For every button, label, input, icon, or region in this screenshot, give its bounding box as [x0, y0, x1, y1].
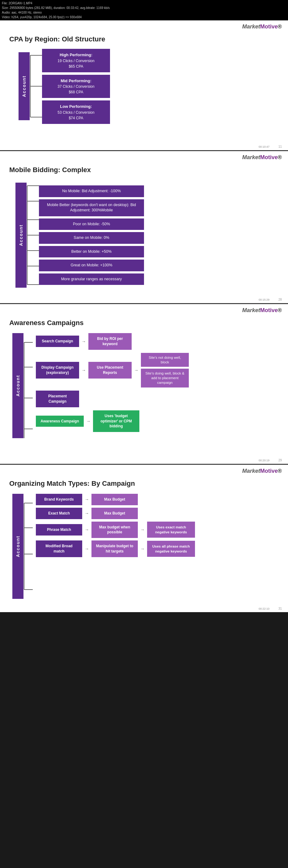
- arrow-4: →: [86, 419, 91, 424]
- mobile-boxes: No Mobile: Bid Adjustment: -100% Mobile …: [39, 185, 144, 285]
- slide4-title: Organizing Match Types: By Campaign: [9, 479, 279, 488]
- awareness-account-bar: Account: [12, 333, 24, 438]
- arrow-2: →: [82, 368, 86, 373]
- cpa-high-line3: $65 CPA: [50, 64, 103, 69]
- logo3: MarketMotive®: [242, 307, 282, 314]
- cpa-box-mid: Mid Performing: 37 Clicks / Conversion $…: [42, 75, 110, 98]
- slide3-timecode: 00:20:19: [259, 459, 269, 462]
- mobile-box-4: Better on Mobile: +50%: [39, 246, 144, 258]
- match-exact-match: Exact Match: [36, 508, 82, 519]
- slide2-num: 28: [279, 298, 282, 301]
- cpa-high-line2: 19 Clicks / Conversion: [50, 58, 103, 64]
- cpa-low-line3: $74 CPA: [50, 115, 103, 121]
- aw-site-not-doing: Site's not doing well, block: [141, 353, 189, 367]
- slide3-num: 29: [279, 459, 282, 462]
- match-main: Brand Keywords → Max Budget Exact Match …: [36, 494, 195, 599]
- slide-cpa-region: MarketMotive® CPA by Region: Old Structu…: [0, 21, 288, 150]
- match-arrow-4b: →: [140, 546, 145, 551]
- slide2-title: Mobile Bidding: Complex: [9, 166, 279, 174]
- slide1-num: 11: [279, 145, 282, 148]
- mobile-account-bar: Account: [15, 183, 27, 288]
- cpa-account-bar: Account: [19, 52, 30, 120]
- slide2-timecode: 00:15:29: [259, 298, 269, 301]
- mobile-box-6: More granular ranges as necessary: [39, 274, 144, 285]
- logo4-market: Market: [242, 468, 260, 474]
- match-brand-budget: Max Budget: [92, 494, 138, 505]
- mobile-box-3: Same on Mobile: 0%: [39, 232, 144, 244]
- slide-mobile-bidding: MarketMotive® Mobile Bidding: Complex Ac…: [0, 150, 288, 303]
- aw-right-options: Site's not doing well, block Site's doin…: [141, 353, 189, 388]
- match-diagram: Account Brand Keywords → Max Budget Exac…: [12, 494, 276, 599]
- match-arrow-1: →: [85, 497, 89, 502]
- mobile-box-1: Mobile Better (keywords don't want on de…: [39, 199, 144, 216]
- aw-placement-reports: Use Placement Reports: [88, 362, 132, 378]
- match-brand-keywords: Brand Keywords: [36, 494, 82, 505]
- mobile-box-2: Poor on Mobile: -50%: [39, 218, 144, 230]
- cpa-mid-line2: 37 Clicks / Conversion: [50, 84, 103, 89]
- logo: MarketMotive®: [242, 24, 282, 30]
- logo-market: Market: [242, 24, 260, 30]
- cpa-low-label: Low Performing:: [50, 103, 103, 110]
- mobile-bracket-svg: [27, 180, 39, 291]
- arrow-1: →: [82, 339, 86, 344]
- logo4-motive: Motive: [260, 468, 278, 474]
- awareness-row-display: Display Campaign (exploratory) → Use Pla…: [36, 353, 189, 388]
- logo3-motive: Motive: [260, 307, 278, 313]
- slide4-num: 31: [279, 607, 282, 610]
- awareness-row-placement: Placement Campaign: [36, 391, 189, 407]
- match-row-phrase: Phrase Match → Max budget when possible …: [36, 522, 195, 538]
- cpa-low-line2: 53 Clicks / Conversion: [50, 110, 103, 115]
- match-arrow-3: →: [85, 527, 89, 532]
- match-arrow-3b: →: [140, 527, 145, 532]
- match-broad-neg: Uses all phrase match negative keywords: [147, 541, 195, 557]
- logo2: MarketMotive®: [242, 154, 282, 161]
- match-row-broad: Modified Broad match → Manipulate budget…: [36, 540, 195, 557]
- slide-match-types: MarketMotive® Organizing Match Types: By…: [0, 464, 288, 612]
- match-account-bar: Account: [12, 494, 24, 599]
- file-info-line2: Size: 295506800 bytes (281.82 MiB), dura…: [2, 6, 286, 10]
- file-info-line3: Audio: aac, 44100 Hz, stereo: [2, 10, 286, 15]
- file-info-bar: File: 2ORGAN~1.MP4 Size: 295506800 bytes…: [0, 0, 288, 21]
- logo3-market: Market: [242, 307, 260, 313]
- match-phrase-budget: Max budget when possible: [92, 522, 138, 538]
- match-arrow-2: →: [85, 511, 89, 516]
- awareness-bracket-svg: [24, 333, 33, 447]
- aw-awareness-campaign: Awareness Campaign: [36, 415, 84, 427]
- aw-display-campaign: Display Campaign (exploratory): [36, 362, 79, 378]
- slide1-timecode: 00:10:47: [259, 145, 269, 148]
- match-row-brand: Brand Keywords → Max Budget: [36, 494, 195, 505]
- match-arrow-4: →: [85, 546, 89, 551]
- cpa-box-high: High Performing: 19 Clicks / Conversion …: [42, 49, 110, 72]
- aw-bid-roi: Bid by ROI per keyword: [88, 333, 132, 350]
- slide4-timecode: 00:22:10: [259, 607, 269, 610]
- file-info-line4: Video: h264, yuv420p, 1024x684, 25.00 fp…: [2, 15, 286, 20]
- match-exact-budget: Max Budget: [92, 508, 138, 519]
- match-bracket-svg: [24, 494, 33, 599]
- aw-budget-optimizer: Uses 'budget optimizer' or CPM bidding: [93, 410, 139, 432]
- cpa-boxes: High Performing: 19 Clicks / Conversion …: [42, 49, 110, 124]
- awareness-row-search: Search Campaign → Bid by ROI per keyword: [36, 333, 189, 350]
- file-info-line1: File: 2ORGAN~1.MP4: [2, 1, 286, 6]
- mobile-box-5: Great on Mobile: +100%: [39, 259, 144, 271]
- logo2-motive: Motive: [260, 154, 278, 160]
- awareness-main: Search Campaign → Bid by ROI per keyword…: [36, 333, 189, 432]
- awareness-row-awareness: Awareness Campaign → Uses 'budget optimi…: [36, 410, 189, 432]
- match-row-exact: Exact Match → Max Budget: [36, 508, 195, 519]
- logo2-market: Market: [242, 154, 260, 160]
- awareness-diagram: Account Search Campaign → Bid by ROI per…: [12, 333, 276, 447]
- logo4: MarketMotive®: [242, 468, 282, 474]
- mobile-box-0: No Mobile: Bid Adjustment: -100%: [39, 185, 144, 197]
- aw-search-campaign: Search Campaign: [36, 336, 79, 347]
- match-broad-match: Modified Broad match: [36, 540, 82, 557]
- cpa-mid-line3: $68 CPA: [50, 89, 103, 95]
- logo-motive: Motive: [260, 24, 278, 30]
- match-broad-budget: Manipulate budget to hit targets: [92, 540, 138, 557]
- slide3-title: Awareness Campaigns: [9, 319, 279, 327]
- aw-site-doing-well: Site's doing well, block & add to placem…: [141, 369, 189, 388]
- match-phrase-match: Phrase Match: [36, 524, 82, 535]
- mobile-diagram: Account No Mobile: Bid Adjustment: -100%…: [15, 180, 273, 291]
- match-phrase-neg: Uses exact match negative keywords: [147, 522, 195, 538]
- cpa-high-label: High Performing:: [50, 52, 103, 58]
- cpa-diagram: Account High Performing: 19 Clicks / Con…: [19, 49, 269, 124]
- slide1-title: CPA by Region: Old Structure: [9, 35, 279, 43]
